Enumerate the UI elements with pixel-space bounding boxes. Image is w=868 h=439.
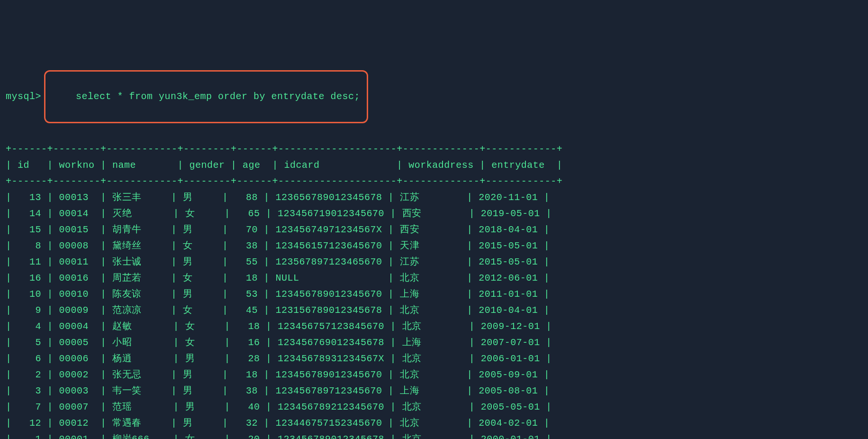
- prompt-line: mysql> select * from yun3k_emp order by …: [6, 70, 862, 123]
- query-result-table: +------+--------+------------+--------+-…: [6, 141, 862, 439]
- sql-query: select * from yun3k_emp order by entryda…: [76, 91, 360, 102]
- mysql-prompt: mysql>: [6, 89, 41, 105]
- query-highlight-box: select * from yun3k_emp order by entryda…: [44, 70, 368, 123]
